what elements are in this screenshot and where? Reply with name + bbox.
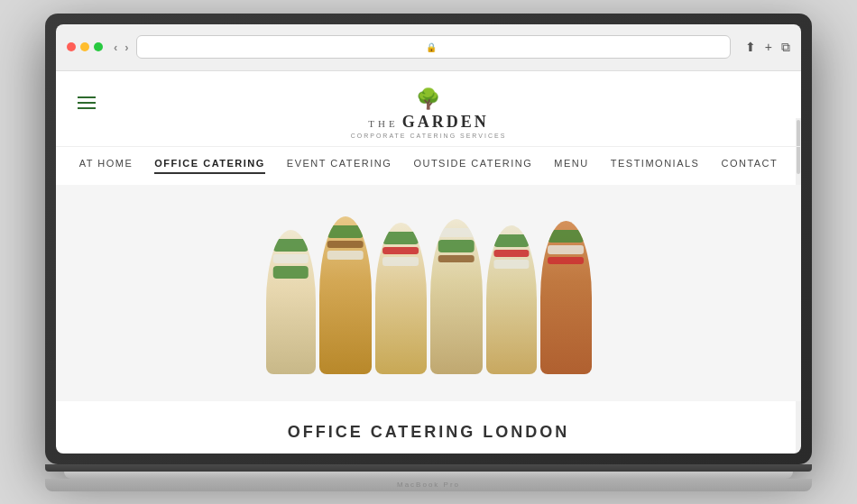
nav-testimonials[interactable]: TESTIMONIALS bbox=[611, 158, 700, 174]
back-button[interactable]: ‹ bbox=[114, 41, 117, 54]
wraps-display bbox=[266, 203, 592, 383]
site-header: 🌳 THE GARDEN CORPORATE CATERING SERVICES… bbox=[56, 71, 801, 185]
wrap-body-3 bbox=[375, 223, 427, 374]
logo-the: THE bbox=[368, 118, 398, 129]
share-icon[interactable]: ⬆ bbox=[745, 40, 756, 55]
section-title: OFFICE CATERING LONDON bbox=[74, 423, 783, 442]
wrap-filling-6 bbox=[548, 230, 584, 264]
macbook-label: MacBook Pro bbox=[397, 481, 460, 489]
laptop-device: ‹ › 🔒 ⬆ + ⧉ bbox=[45, 14, 812, 491]
section-description: At The Garden we pride ourselves on prov… bbox=[203, 453, 654, 454]
browser-chrome: ‹ › 🔒 ⬆ + ⧉ bbox=[56, 24, 801, 71]
laptop-foot: MacBook Pro bbox=[45, 479, 812, 491]
wrap-body-5 bbox=[486, 225, 537, 374]
forward-button[interactable]: › bbox=[124, 41, 128, 54]
wrap-4 bbox=[430, 219, 483, 374]
logo-name: GARDEN bbox=[402, 113, 489, 132]
nav-at-home[interactable]: AT HOME bbox=[79, 158, 134, 174]
wrap-filling-3 bbox=[382, 232, 419, 266]
nav-menu[interactable]: MENU bbox=[554, 158, 588, 174]
section-content: OFFICE CATERING LONDON At The Garden we … bbox=[56, 401, 801, 454]
hero-image bbox=[56, 185, 801, 401]
main-navigation: AT HOME OFFICE CATERING EVENT CATERING O… bbox=[56, 146, 801, 185]
wrap-filling-4 bbox=[438, 228, 475, 262]
nav-event-catering[interactable]: EVENT CATERING bbox=[287, 158, 392, 174]
laptop-base: MacBook Pro bbox=[45, 464, 812, 491]
close-dot[interactable] bbox=[67, 42, 76, 51]
wrap-filling-1 bbox=[273, 239, 309, 279]
wrap-2 bbox=[319, 216, 372, 374]
logo-tree-icon: 🌳 bbox=[416, 87, 440, 111]
laptop-body: ‹ › 🔒 ⬆ + ⧉ bbox=[45, 14, 812, 464]
screen-content: 🌳 THE GARDEN CORPORATE CATERING SERVICES… bbox=[56, 71, 801, 454]
copy-icon[interactable]: ⧉ bbox=[781, 40, 790, 55]
address-bar[interactable]: 🔒 bbox=[136, 35, 731, 59]
maximize-dot[interactable] bbox=[94, 42, 103, 51]
new-tab-icon[interactable]: + bbox=[765, 40, 772, 55]
minimize-dot[interactable] bbox=[80, 42, 89, 51]
screen-bezel: ‹ › 🔒 ⬆ + ⧉ bbox=[56, 24, 801, 454]
wrap-6 bbox=[540, 221, 592, 374]
nav-office-catering[interactable]: OFFICE CATERING bbox=[154, 158, 265, 174]
laptop-hinge bbox=[45, 464, 812, 472]
wrap-body-1 bbox=[266, 230, 316, 374]
nav-outside-catering[interactable]: OUTSIDE CATERING bbox=[413, 158, 532, 174]
logo: 🌳 THE GARDEN CORPORATE CATERING SERVICES bbox=[351, 87, 507, 139]
logo-subtitle: CORPORATE CATERING SERVICES bbox=[351, 133, 507, 139]
hamburger-menu[interactable] bbox=[78, 96, 96, 109]
wrap-body-6 bbox=[540, 221, 592, 374]
wrap-body-2 bbox=[319, 216, 372, 374]
hamburger-line-2 bbox=[78, 102, 96, 104]
wrap-body-4 bbox=[430, 219, 483, 374]
browser-actions: ⬆ + ⧉ bbox=[745, 40, 790, 55]
wrap-1 bbox=[266, 230, 316, 374]
browser-dots bbox=[67, 42, 103, 51]
wrap-filling-5 bbox=[493, 234, 529, 269]
hamburger-line-3 bbox=[78, 107, 96, 109]
nav-contact[interactable]: CONTACT bbox=[721, 158, 778, 174]
hamburger-line-1 bbox=[78, 96, 96, 98]
lock-icon: 🔒 bbox=[426, 42, 437, 52]
browser-navigation: ‹ › bbox=[114, 41, 129, 54]
wrap-filling-2 bbox=[327, 225, 364, 260]
wrap-3 bbox=[375, 223, 427, 374]
laptop-stand bbox=[64, 472, 793, 479]
wrap-5 bbox=[486, 225, 537, 374]
